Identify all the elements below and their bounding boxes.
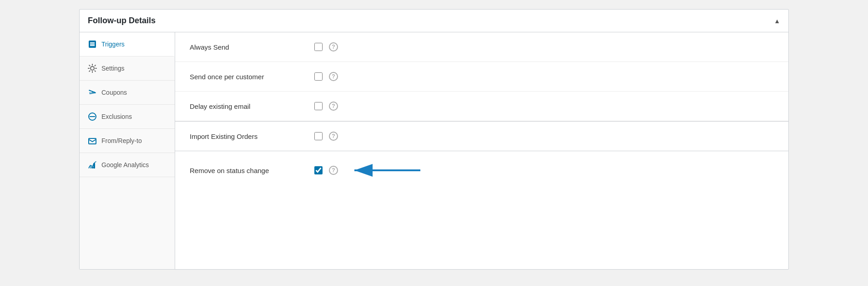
coupons-icon: [88, 88, 97, 97]
panel-header: Follow-up Details ▲: [80, 10, 788, 32]
sidebar-item-exclusions[interactable]: Exclusions: [80, 105, 175, 129]
arrow-annotation: [350, 161, 423, 179]
row-always-send: Always Send ?: [175, 32, 788, 62]
content-area: Always Send ? Send once per customer ? D…: [175, 32, 788, 269]
sidebar-item-from-reply-to[interactable]: From/Reply-to: [80, 129, 175, 153]
collapse-icon[interactable]: ▲: [774, 17, 780, 25]
sidebar-label-exclusions: Exclusions: [101, 113, 132, 120]
row-remove-status: Remove on status change ?: [175, 151, 788, 189]
analytics-icon: [88, 160, 97, 169]
delay-existing-checkbox[interactable]: [314, 102, 323, 110]
always-send-checkbox[interactable]: [314, 43, 323, 51]
svg-point-4: [91, 92, 92, 93]
send-once-help-icon[interactable]: ?: [329, 72, 338, 81]
settings-icon: [88, 64, 97, 73]
always-send-label: Always Send: [190, 43, 308, 51]
exclusions-icon: [88, 112, 97, 121]
row-send-once: Send once per customer ?: [175, 62, 788, 92]
sidebar-item-google-analytics[interactable]: Google Analytics: [80, 153, 175, 177]
row-delay-existing: Delay existing email ?: [175, 92, 788, 121]
sidebar: Triggers Settings: [80, 32, 175, 269]
import-orders-help-icon[interactable]: ?: [329, 132, 338, 141]
sidebar-label-triggers: Triggers: [101, 41, 125, 48]
triggers-icon: [88, 40, 97, 49]
import-orders-checkbox[interactable]: [314, 132, 323, 140]
row-import-orders: Import Existing Orders ?: [175, 121, 788, 151]
import-orders-label: Import Existing Orders: [190, 133, 308, 140]
remove-status-checkbox[interactable]: [314, 166, 323, 174]
remove-status-label: Remove on status change: [190, 167, 308, 174]
sidebar-item-settings[interactable]: Settings: [80, 56, 175, 81]
follow-up-details-panel: Follow-up Details ▲ Triggers: [79, 9, 789, 270]
send-once-label: Send once per customer: [190, 73, 308, 81]
delay-existing-label: Delay existing email: [190, 102, 308, 110]
sidebar-label-from-reply-to: From/Reply-to: [101, 137, 142, 144]
panel-body: Triggers Settings: [80, 32, 788, 269]
always-send-help-icon[interactable]: ?: [329, 42, 338, 51]
send-once-checkbox[interactable]: [314, 72, 323, 81]
arrow-pointing-left-icon: [350, 161, 423, 179]
delay-existing-help-icon[interactable]: ?: [329, 102, 338, 111]
email-icon: [88, 136, 97, 145]
panel-title: Follow-up Details: [88, 16, 156, 26]
sidebar-label-coupons: Coupons: [101, 89, 127, 96]
sidebar-label-settings: Settings: [101, 65, 125, 72]
remove-status-help-icon[interactable]: ?: [329, 166, 338, 175]
sidebar-item-coupons[interactable]: Coupons: [80, 81, 175, 105]
sidebar-label-google-analytics: Google Analytics: [101, 161, 149, 169]
sidebar-item-triggers[interactable]: Triggers: [80, 32, 175, 56]
